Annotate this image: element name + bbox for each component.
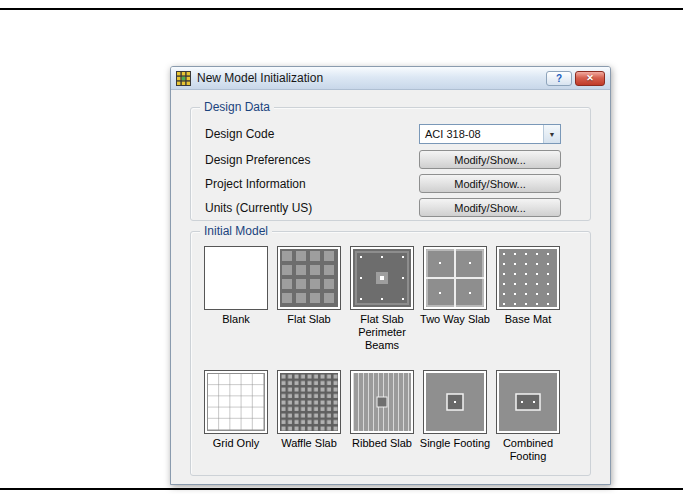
help-icon: ?: [556, 73, 562, 84]
flat-slab-perimeter-beams-icon: [353, 249, 411, 307]
template-label: Combined Footing: [488, 437, 568, 463]
dialog-title: New Model Initialization: [197, 71, 323, 85]
design-code-select[interactable]: ACI 318-08 ▼: [419, 124, 561, 144]
template-waffle-slab[interactable]: [277, 370, 341, 434]
template-label: Flat Slab: [269, 313, 349, 326]
design-code-value: ACI 318-08: [420, 128, 543, 140]
template-single-footing[interactable]: [423, 370, 487, 434]
initial-model-group-label: Initial Model: [200, 224, 272, 239]
template-row-2: Grid Only Waffle Slab: [204, 370, 560, 463]
design-preferences-row: Design Preferences Modify/Show...: [191, 150, 590, 170]
template-flat-slab[interactable]: [277, 246, 341, 310]
close-icon: ✕: [586, 73, 594, 83]
template-cell: Flat Slab Perimeter Beams: [350, 246, 414, 353]
units-label: Units (Currently US): [205, 201, 312, 215]
template-label: Base Mat: [488, 313, 568, 326]
design-preferences-label: Design Preferences: [205, 153, 310, 167]
initial-model-group: Initial Model Blank Flat Sl: [190, 231, 591, 476]
two-way-slab-icon: [426, 249, 484, 307]
page-border-bottom: [0, 488, 683, 490]
combined-footing-icon: [499, 373, 557, 431]
template-label: Blank: [196, 313, 276, 326]
blank-icon: [207, 249, 265, 307]
waffle-slab-icon: [280, 373, 338, 431]
ribbed-slab-icon: [353, 373, 411, 431]
template-cell: Single Footing: [423, 370, 487, 463]
template-label: Grid Only: [196, 437, 276, 450]
design-data-group: Design Data Design Code ACI 318-08 ▼ Des…: [190, 107, 591, 221]
project-information-modify-button[interactable]: Modify/Show...: [419, 174, 561, 193]
project-information-row: Project Information Modify/Show...: [191, 174, 590, 194]
template-two-way-slab[interactable]: [423, 246, 487, 310]
design-code-label: Design Code: [205, 127, 274, 141]
template-cell: Combined Footing: [496, 370, 560, 463]
dropdown-arrow-icon[interactable]: ▼: [543, 125, 560, 143]
close-button[interactable]: ✕: [575, 71, 605, 86]
single-footing-icon: [426, 373, 484, 431]
template-label: Ribbed Slab: [342, 437, 422, 450]
template-label: Waffle Slab: [269, 437, 349, 450]
help-button[interactable]: ?: [546, 71, 572, 86]
template-cell: Two Way Slab: [423, 246, 487, 353]
template-label: Flat Slab Perimeter Beams: [342, 313, 422, 353]
grid-only-icon: [207, 373, 265, 431]
new-model-initialization-dialog: New Model Initialization ? ✕ Design Data…: [170, 66, 611, 485]
template-flat-slab-perimeter-beams[interactable]: [350, 246, 414, 310]
units-row: Units (Currently US) Modify/Show...: [191, 198, 590, 218]
design-preferences-modify-button[interactable]: Modify/Show...: [419, 150, 561, 169]
page-border-top: [0, 8, 683, 10]
template-grid-only[interactable]: [204, 370, 268, 434]
template-cell: Base Mat: [496, 246, 560, 353]
template-combined-footing[interactable]: [496, 370, 560, 434]
dialog-titlebar[interactable]: New Model Initialization ? ✕: [171, 67, 610, 90]
caption-buttons: ? ✕: [546, 71, 605, 86]
template-row-1: Blank Flat Slab: [204, 246, 560, 353]
design-code-row: Design Code ACI 318-08 ▼: [191, 124, 590, 144]
flat-slab-icon: [280, 249, 338, 307]
units-modify-button[interactable]: Modify/Show...: [419, 198, 561, 217]
template-label: Single Footing: [415, 437, 495, 450]
template-base-mat[interactable]: [496, 246, 560, 310]
base-mat-icon: [499, 249, 557, 307]
template-cell: Grid Only: [204, 370, 268, 463]
template-blank[interactable]: [204, 246, 268, 310]
template-cell: Ribbed Slab: [350, 370, 414, 463]
app-icon: [176, 71, 191, 86]
template-label: Two Way Slab: [415, 313, 495, 326]
template-cell: Flat Slab: [277, 246, 341, 353]
design-data-group-label: Design Data: [200, 100, 274, 115]
template-ribbed-slab[interactable]: [350, 370, 414, 434]
project-information-label: Project Information: [205, 177, 306, 191]
template-cell: Waffle Slab: [277, 370, 341, 463]
template-cell: Blank: [204, 246, 268, 353]
